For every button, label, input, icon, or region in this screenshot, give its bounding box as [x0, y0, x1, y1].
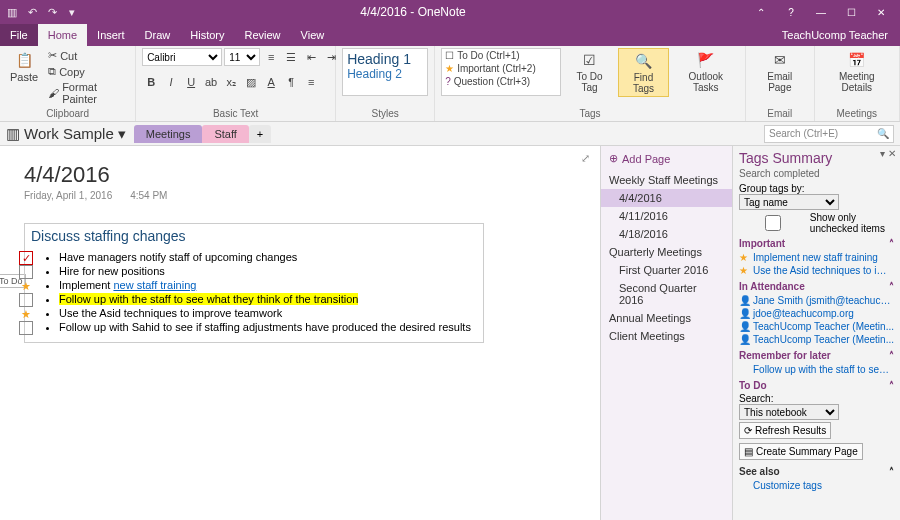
paste-button[interactable]: 📋 Paste [6, 48, 42, 85]
checkbox-icon: ☑ [579, 50, 599, 70]
star-icon: ★ [739, 265, 748, 276]
redo-icon[interactable]: ↷ [44, 4, 60, 20]
format-painter-button[interactable]: 🖌Format Painter [46, 80, 129, 106]
collapse-icon[interactable]: ˄ [889, 466, 894, 477]
checkbox-icon[interactable] [19, 293, 33, 307]
strike-button[interactable]: ab [202, 73, 220, 91]
groupby-select[interactable]: Tag name [739, 194, 839, 210]
note-container[interactable]: Discuss staffing changes ✓Have managers … [24, 223, 484, 343]
pane-close-icon[interactable]: ▾ ✕ [880, 148, 896, 159]
search-input[interactable]: Search (Ctrl+E) 🔍 [764, 125, 894, 143]
help-icon[interactable]: ? [776, 2, 806, 22]
collapse-icon[interactable]: ˄ [889, 350, 894, 361]
show-unchecked-checkbox[interactable] [739, 215, 807, 231]
italic-button[interactable]: I [162, 73, 180, 91]
qat-dropdown-icon[interactable]: ▾ [64, 4, 80, 20]
meeting-details-button[interactable]: 📅Meeting Details [821, 48, 893, 95]
close-icon[interactable]: ✕ [866, 2, 896, 22]
style-heading-1[interactable]: Heading 1 [347, 51, 423, 67]
clear-format-button[interactable]: ¶ [282, 73, 300, 91]
account-name[interactable]: TeachUcomp Teacher [782, 24, 900, 46]
page-item[interactable]: Client Meetings [601, 327, 732, 345]
page-item[interactable]: 4/11/2016 [601, 207, 732, 225]
cut-button[interactable]: ✂Cut [46, 48, 129, 63]
menu-bar: File Home Insert Draw History Review Vie… [0, 24, 900, 46]
page-item[interactable]: Annual Meetings [601, 309, 732, 327]
page-item[interactable]: 4/4/2016 [601, 189, 732, 207]
collapse-icon[interactable]: ˄ [889, 281, 894, 292]
list-item[interactable]: Follow up with the staff to see what the… [59, 292, 477, 306]
list-item[interactable]: ★Implement new staff training [59, 278, 477, 292]
fullscreen-icon[interactable]: ⤢ [581, 152, 590, 165]
list-item[interactable]: ✓Have managers notify staff of upcoming … [59, 250, 477, 264]
page-item[interactable]: First Quarter 2016 [601, 261, 732, 279]
tag-link[interactable]: 👤TeachUcomp Teacher (Meetin... [739, 320, 894, 333]
refresh-results-button[interactable]: ⟳Refresh Results [739, 422, 831, 439]
cut-icon: ✂ [48, 49, 57, 62]
checkbox-icon[interactable] [19, 265, 33, 279]
note-title[interactable]: Discuss staffing changes [31, 228, 477, 244]
font-name-select[interactable]: Calibri [142, 48, 222, 66]
tab-review[interactable]: Review [235, 24, 291, 46]
ribbon-options-icon[interactable]: ⌃ [746, 2, 776, 22]
copy-button[interactable]: ⧉Copy [46, 64, 129, 79]
list-item[interactable]: ★Use the Asid techniques to improve team… [59, 306, 477, 320]
tag-link[interactable]: 👤jdoe@teachucomp.org [739, 307, 894, 320]
tab-history[interactable]: History [180, 24, 234, 46]
maximize-icon[interactable]: ☐ [836, 2, 866, 22]
checkbox-icon[interactable] [19, 321, 33, 335]
styles-gallery[interactable]: Heading 1 Heading 2 [342, 48, 428, 96]
checkbox-checked-icon[interactable]: ✓ [19, 251, 33, 265]
page-item[interactable]: Second Quarter 2016 [601, 279, 732, 309]
page-canvas[interactable]: ⤢ 4/4/2016 Friday, April 1, 2016 4:54 PM… [0, 146, 600, 520]
bold-button[interactable]: B [142, 73, 160, 91]
outdent-icon[interactable]: ⇤ [302, 48, 320, 66]
todo-tag-button[interactable]: ☑To Do Tag [565, 48, 615, 95]
add-page-button[interactable]: ⊕Add Page [601, 146, 732, 171]
minimize-icon[interactable]: — [806, 2, 836, 22]
tab-view[interactable]: View [291, 24, 335, 46]
subscript-button[interactable]: x₂ [222, 73, 240, 91]
notebook-dropdown[interactable]: ▥ Work Sample ▾ [6, 125, 126, 143]
brush-icon: 🖌 [48, 87, 59, 99]
add-section-button[interactable]: + [249, 125, 271, 143]
customize-tags-link[interactable]: Customize tags [739, 479, 894, 492]
page-item[interactable]: 4/18/2016 [601, 225, 732, 243]
numbering-icon[interactable]: ☰ [282, 48, 300, 66]
tags-gallery[interactable]: ☐To Do (Ctrl+1) ★Important (Ctrl+2) ?Que… [441, 48, 560, 96]
font-size-select[interactable]: 11 [224, 48, 260, 66]
create-summary-button[interactable]: ▤Create Summary Page [739, 443, 863, 460]
tag-link[interactable]: Follow up with the staff to see what ... [739, 363, 894, 376]
email-page-button[interactable]: ✉Email Page [752, 48, 808, 95]
undo-icon[interactable]: ↶ [24, 4, 40, 20]
collapse-icon[interactable]: ˄ [889, 238, 894, 249]
page-item[interactable]: Quarterly Meetings [601, 243, 732, 261]
find-tags-button[interactable]: 🔍Find Tags [618, 48, 668, 97]
outlook-tasks-button[interactable]: 🚩Outlook Tasks [673, 48, 739, 95]
tab-insert[interactable]: Insert [87, 24, 135, 46]
tab-draw[interactable]: Draw [135, 24, 181, 46]
section-remember: Remember for later [739, 350, 831, 361]
align-button[interactable]: ≡ [302, 73, 320, 91]
tab-file[interactable]: File [0, 24, 38, 46]
search-scope-select[interactable]: This notebook [739, 404, 839, 420]
tag-link[interactable]: 👤TeachUcomp Teacher (Meetin... [739, 333, 894, 346]
style-heading-2[interactable]: Heading 2 [347, 67, 423, 81]
page-item[interactable]: Weekly Staff Meetings [601, 171, 732, 189]
font-color-button[interactable]: A [262, 73, 280, 91]
section-tab-meetings[interactable]: Meetings [134, 125, 203, 143]
tab-home[interactable]: Home [38, 24, 87, 46]
bullets-icon[interactable]: ≡ [262, 48, 280, 66]
tag-link[interactable]: ★Implement new staff training [739, 251, 894, 264]
tag-link[interactable]: 👤Jane Smith (jsmith@teachuco... [739, 294, 894, 307]
section-tab-staff[interactable]: Staff [202, 125, 248, 143]
list-item[interactable]: Follow up with Sahid to see if staffing … [59, 320, 477, 334]
list-item[interactable]: Hire for new positions [59, 264, 477, 278]
highlight-button[interactable]: ▨ [242, 73, 260, 91]
page-date: Friday, April 1, 2016 [24, 190, 112, 201]
page-title[interactable]: 4/4/2016 [24, 162, 576, 188]
page-time: 4:54 PM [130, 190, 167, 201]
underline-button[interactable]: U [182, 73, 200, 91]
collapse-icon[interactable]: ˄ [889, 380, 894, 391]
tag-link[interactable]: ★Use the Asid techniques to imp... [739, 264, 894, 277]
